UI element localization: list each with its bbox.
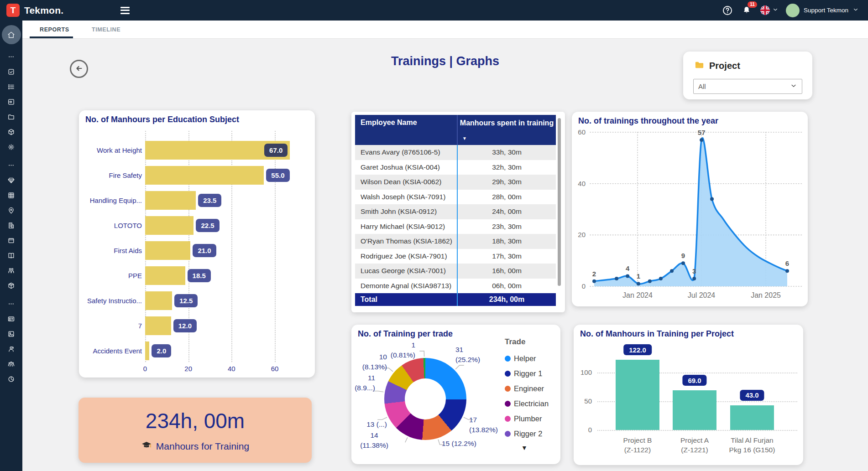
legend-item-rigger-2[interactable]: Rigger 2 [505, 426, 549, 441]
svg-text:57: 57 [698, 129, 706, 136]
sidebar-item-tasks[interactable] [0, 64, 22, 79]
svg-text:Jan 2024: Jan 2024 [622, 291, 653, 299]
legend-scroll-down-icon[interactable]: ▼ [521, 444, 528, 451]
project-bar[interactable] [673, 390, 716, 430]
edu-category-label: LOTOTO [81, 216, 142, 235]
help-icon[interactable] [722, 5, 733, 16]
pie-icon [7, 375, 15, 383]
manhours-per-project-card: No. of Manhours in Training per Project … [574, 325, 803, 465]
project-dropdown[interactable]: All [693, 79, 802, 94]
manhours-cell: 24h, 00m [457, 204, 556, 219]
svg-text:9: 9 [681, 252, 685, 259]
svg-text:60: 60 [578, 128, 586, 136]
table-row[interactable]: Garet Joshua (KSIA-004)32h, 30m [355, 160, 556, 175]
table-row[interactable]: Demonte Agnal (KSIA98713)06h, 00m [355, 279, 556, 294]
table-row[interactable]: Harry Michael (KSIA-9012)23h, 30m [355, 219, 556, 234]
manhours-per-subject-plot: 0204060Work at Height67.0Fire Safety55.0… [79, 110, 315, 378]
sidebar-item-projects[interactable] [0, 109, 22, 124]
sidebar-item-assets[interactable] [0, 278, 22, 293]
legend-item-rigger-1[interactable]: Rigger 1 [505, 366, 549, 381]
hamburger-menu-icon[interactable] [120, 7, 130, 14]
legend-item-engineer[interactable]: Engineer [505, 381, 549, 396]
trade-legend: Trade HelperRigger 1EngineerElectricianP… [505, 337, 549, 441]
edu-bar[interactable] [145, 316, 171, 335]
grid-icon [7, 192, 15, 199]
manhours-cell: 17h, 30m [457, 249, 556, 264]
project-axis-tick: 100 [575, 368, 592, 376]
sidebar-item-reports[interactable] [0, 372, 22, 387]
sidebar-item-id-cards[interactable] [0, 311, 22, 326]
tab-timeline[interactable]: TIMELINE [92, 21, 120, 39]
edu-bar[interactable] [145, 191, 196, 210]
user-menu[interactable]: Support Tekmon [786, 4, 859, 17]
notifications-bell-icon[interactable]: 11 [741, 5, 753, 16]
edu-bar[interactable] [145, 266, 185, 285]
project-value-label: 43.0 [740, 390, 764, 401]
sidebar-item-more-bottom[interactable] [0, 296, 22, 311]
package-icon [7, 282, 15, 290]
gear-icon [7, 143, 15, 151]
sidebar-item-checklists[interactable] [0, 79, 22, 94]
column-header-employee-name[interactable]: Employee Name [355, 115, 457, 145]
sidebar-item-teams[interactable] [0, 357, 22, 372]
table-total-row: Total234h, 00m [355, 293, 556, 306]
trainings-per-year-plot[interactable]: 0204060Jan 2024Jul 2024Jan 202524193576 [572, 112, 808, 306]
svg-text:0: 0 [582, 282, 586, 290]
legend-color-dot [505, 371, 511, 377]
home-icon [7, 31, 16, 39]
sidebar-item-matrix[interactable] [0, 188, 22, 203]
legend-item-label: Helper [514, 354, 536, 363]
table-row[interactable]: Walsh Joseph (KSIA-7091)28h, 00m [355, 190, 556, 205]
column-header-manhours[interactable]: Manhours spent in training▼ [457, 115, 556, 145]
legend-item-electrician[interactable]: Electrician [505, 396, 549, 411]
legend-item-helper[interactable]: Helper [505, 351, 549, 366]
sidebar-item-documents[interactable] [0, 326, 22, 342]
sidebar-item-home[interactable] [2, 25, 21, 44]
manhours-cell: 32h, 30m [457, 160, 556, 175]
sidebar-item-more-top[interactable] [0, 49, 22, 64]
sidebar-item-people[interactable] [0, 263, 22, 278]
edu-axis-tick: 60 [266, 365, 284, 373]
sidebar-item-locations[interactable] [0, 203, 22, 218]
manhours-kpi-card: 234h, 00m Manhours for Training [78, 398, 312, 463]
edu-bar[interactable] [145, 216, 193, 235]
donut-callout-label: 14(11.38%) [351, 430, 397, 450]
training-per-trade-card: No. of Training per trade 31(25.2%)17(13… [351, 325, 560, 464]
total-value-cell: 234h, 00m [457, 293, 556, 306]
svg-text:40: 40 [578, 180, 586, 187]
manhours-cell: 18h, 30m [457, 234, 556, 249]
edu-bar[interactable] [145, 166, 264, 185]
table-row[interactable]: O'Ryan Thomas (KSIA-1862)18h, 30m [355, 234, 556, 249]
table-row[interactable]: Wilson Dean (KSIA-0062)29h, 30m [355, 175, 556, 190]
sidebar-item-library[interactable] [0, 248, 22, 263]
legend-item-plumber[interactable]: Plumber [505, 411, 549, 426]
sidebar-item-quality[interactable] [0, 173, 22, 188]
sidebar-item-inventory[interactable] [0, 233, 22, 248]
legend-color-dot [505, 356, 511, 362]
sidebar-item-export[interactable] [0, 94, 22, 109]
project-bar[interactable] [730, 405, 774, 430]
tab-reports[interactable]: REPORTS [40, 21, 69, 39]
edu-bar[interactable] [145, 291, 172, 310]
uk-flag-icon [760, 5, 770, 16]
table-row[interactable]: Rodriguez Joe (KSIA-7901)17h, 30m [355, 249, 556, 264]
sidebar-item-settings[interactable] [0, 140, 22, 155]
table-row[interactable]: Evans Avary (8765106-5)33h, 30m [355, 145, 556, 160]
table-row[interactable]: Lucas George (KSIA-7001)16h, 00m [355, 264, 556, 279]
language-selector[interactable] [760, 5, 779, 16]
sidebar-item-company[interactable] [0, 218, 22, 233]
project-bar[interactable] [616, 360, 659, 430]
sidebar-item-modules[interactable] [0, 124, 22, 140]
edu-bar[interactable] [145, 241, 190, 260]
edu-value-label: 55.0 [266, 169, 289, 182]
table-row[interactable]: Smith John (KSIA-0912)24h, 00m [355, 204, 556, 219]
top-navbar: T Tekmon. 11 Support Tekmon [0, 0, 868, 21]
edu-value-label: 21.0 [193, 244, 216, 257]
sidebar-item-support[interactable] [0, 342, 22, 357]
tray-icon [7, 237, 15, 244]
svg-text:20: 20 [578, 231, 586, 238]
edu-bar[interactable] [145, 342, 149, 360]
employee-manhours-table-card: Employee NameManhours spent in training▼… [351, 112, 565, 312]
table-scrollbar[interactable] [558, 118, 561, 286]
sidebar-item-more-middle[interactable] [0, 158, 22, 173]
